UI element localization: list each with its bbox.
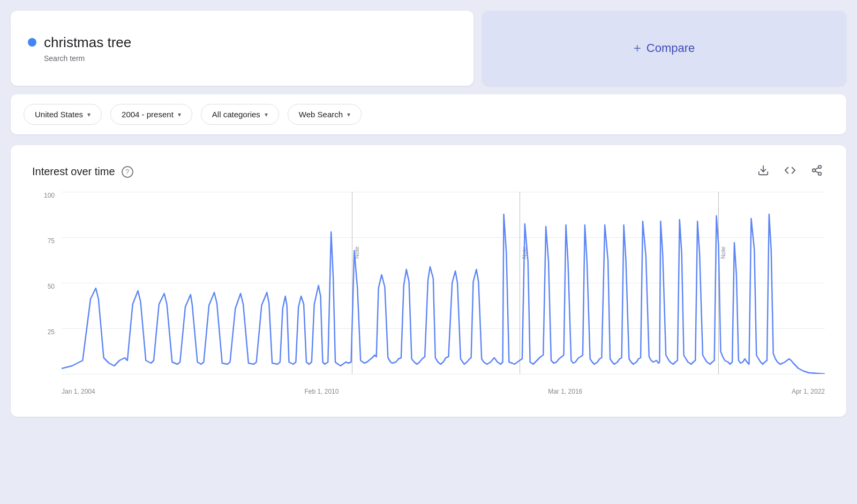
x-label-2022: Apr 1, 2022: [792, 388, 825, 395]
x-axis: Jan 1, 2004 Feb 1, 2010 Mar 1, 2016 Apr …: [62, 379, 825, 395]
y-label-75: 75: [48, 237, 55, 245]
compare-card[interactable]: + Compare: [482, 11, 846, 86]
search-type-filter[interactable]: Web Search ▾: [288, 104, 362, 125]
chart-inner: Note Note Note: [62, 192, 825, 374]
y-label-100: 100: [44, 192, 55, 199]
trend-line-svg: [62, 192, 825, 374]
search-term-text: christmas tree: [44, 34, 131, 51]
help-icon[interactable]: ?: [122, 166, 133, 178]
location-chevron-icon: ▾: [87, 111, 91, 118]
search-type-filter-label: Web Search: [299, 110, 343, 119]
compare-label: Compare: [646, 41, 695, 55]
location-filter-label: United States: [35, 110, 83, 119]
x-label-2004: Jan 1, 2004: [62, 388, 95, 395]
location-filter[interactable]: United States ▾: [24, 104, 102, 125]
chart-title: Interest over time: [32, 166, 115, 178]
category-filter[interactable]: All categories ▾: [201, 104, 279, 125]
time-filter-label: 2004 - present: [122, 110, 174, 119]
time-chevron-icon: ▾: [178, 111, 181, 118]
grid-line-0: [62, 374, 825, 374]
time-filter[interactable]: 2004 - present ▾: [110, 104, 192, 125]
search-term-sublabel: Search term: [44, 54, 456, 63]
download-button[interactable]: [755, 162, 771, 181]
chart-header: Interest over time ?: [32, 162, 825, 181]
x-label-2016: Mar 1, 2016: [548, 388, 582, 395]
chart-card: Interest over time ?: [11, 145, 846, 417]
filters-row: United States ▾ 2004 - present ▾ All cat…: [11, 94, 846, 134]
chart-actions: [755, 162, 825, 181]
y-label-25: 25: [48, 328, 55, 336]
search-term-top: christmas tree: [28, 34, 456, 51]
x-label-2010: Feb 1, 2010: [304, 388, 339, 395]
y-axis: 100 75 50 25: [32, 192, 59, 374]
svg-line-4: [815, 171, 818, 173]
search-term-dot: [28, 38, 36, 47]
svg-line-5: [815, 168, 818, 170]
category-filter-label: All categories: [212, 110, 260, 119]
compare-plus-icon: +: [634, 41, 641, 56]
top-row: christmas tree Search term + Compare: [11, 11, 846, 86]
chart-title-group: Interest over time ?: [32, 166, 133, 178]
chart-area: 100 75 50 25 Note Note Note: [32, 192, 825, 395]
search-type-chevron-icon: ▾: [347, 111, 350, 118]
search-term-card: christmas tree Search term: [11, 11, 473, 86]
embed-button[interactable]: [782, 162, 798, 181]
share-button[interactable]: [809, 162, 825, 181]
category-chevron-icon: ▾: [265, 111, 268, 118]
y-label-50: 50: [48, 283, 55, 290]
